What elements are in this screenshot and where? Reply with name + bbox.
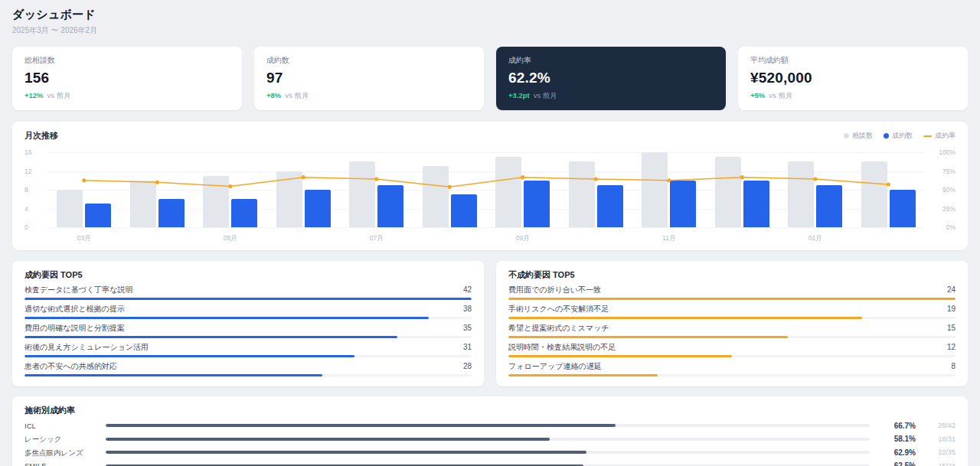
- procedure-percent: 66.7%: [877, 422, 916, 430]
- kpi-label: 成約率: [508, 55, 714, 66]
- procedure-bar-track: [106, 451, 870, 454]
- factor-label: 説明時間・検査結果説明の不足: [508, 343, 616, 352]
- legend-label: 成約率: [935, 131, 956, 141]
- section-title: 施術別成約率: [24, 405, 956, 416]
- kpi-card-consultations[interactable]: 総相談数 156 +12%vs 前月: [12, 47, 242, 110]
- factor-value: 15: [947, 324, 956, 333]
- rate-point: [82, 178, 86, 182]
- dashboard-page: ダッシュボード 2025年3月 〜 2026年2月 総相談数 156 +12%v…: [0, 0, 980, 466]
- kpi-value: 97: [266, 70, 472, 86]
- x-axis-tick: [706, 234, 779, 243]
- procedure-rate-card: 施術別成約率 ICL66.7%28/42レーシック58.1%18/31多焦点眼内…: [12, 396, 968, 466]
- factor-bar-fill: [508, 336, 788, 338]
- procedure-row: 多焦点眼内レンズ62.9%22/35: [24, 448, 956, 457]
- kpi-card-rate-selected[interactable]: 成約率 62.2% +3.2ptvs 前月: [496, 47, 726, 110]
- chart-title: 月次推移: [24, 130, 58, 142]
- legend-item[interactable]: 相談数: [844, 131, 873, 141]
- factor-row-head: 患者の不安への共感的対応28: [24, 362, 472, 371]
- factor-value: 38: [463, 305, 472, 314]
- kpi-value: ¥520,000: [750, 70, 956, 86]
- kpi-delta: +3.2ptvs 前月: [508, 91, 714, 101]
- factor-label: 術後の見え方シミュレーション活用: [24, 343, 149, 352]
- page-title: ダッシュボード: [12, 8, 968, 22]
- factor-bar-track: [508, 355, 956, 357]
- factor-row-head: 手術リスクへの不安解消不足19: [508, 305, 956, 314]
- chart-header: 月次推移 相談数成約数成約率: [24, 130, 956, 142]
- kpi-delta-value: +12%: [24, 91, 44, 99]
- factor-label: フォローアップ連絡の遅延: [508, 362, 602, 371]
- kpi-card-contracts[interactable]: 成約数 97 +8%vs 前月: [254, 47, 484, 110]
- rate-point: [228, 184, 232, 188]
- kpi-label: 平均成約額: [750, 55, 956, 66]
- kpi-card-average-amount[interactable]: 平均成約額 ¥520,000 +5%vs 前月: [738, 47, 968, 110]
- factor-row-head: 費用面での折り合い不一致24: [508, 285, 956, 295]
- factor-row: 費用の明確な説明と分割提案35: [24, 324, 472, 338]
- legend-swatch-icon: [884, 133, 889, 138]
- rate-point: [667, 178, 671, 182]
- factor-row-head: 検査データに基づく丁寧な説明42: [24, 285, 472, 295]
- factor-bar-fill: [24, 374, 322, 376]
- factor-value: 12: [947, 343, 956, 352]
- x-axis-tick: [852, 234, 926, 243]
- factor-label: 費用の明確な説明と分割提案: [24, 324, 125, 333]
- chart-legend: 相談数成約数成約率: [844, 131, 956, 141]
- procedure-bar-track: [106, 424, 870, 427]
- rate-line: [47, 152, 925, 227]
- y-axis-tick-right: 75%: [928, 168, 956, 175]
- factor-bar-fill: [24, 317, 429, 319]
- y-axis-tick-left: 12: [24, 168, 43, 175]
- top5-row: 成約要因 TOP5 検査データに基づく丁寧な説明42適切な術式選択と根拠の提示3…: [12, 261, 968, 386]
- kpi-delta-value: +5%: [750, 91, 765, 99]
- rate-point: [740, 175, 744, 179]
- rate-point: [448, 185, 452, 189]
- procedure-bar-fill: [106, 424, 616, 427]
- factor-row-head: フォローアップ連絡の遅延8: [508, 362, 956, 371]
- factor-bar-track: [24, 317, 472, 319]
- factor-value: 19: [947, 305, 956, 314]
- x-axis-labels: 03月05月07月09月11月01月: [47, 234, 925, 243]
- procedure-label: SMILE: [24, 461, 98, 466]
- legend-item[interactable]: 成約数: [884, 131, 913, 141]
- x-axis-tick: [413, 234, 487, 243]
- procedure-label: レーシック: [24, 435, 98, 443]
- page-header: ダッシュボード 2025年3月 〜 2026年2月: [12, 8, 968, 36]
- procedure-list: ICL66.7%28/42レーシック58.1%18/31多焦点眼内レンズ62.9…: [24, 422, 956, 466]
- factor-value: 24: [947, 285, 956, 295]
- date-range: 2025年3月 〜 2026年2月: [12, 25, 968, 36]
- factor-label: 手術リスクへの不安解消不足: [508, 305, 609, 314]
- y-axis-tick-right: 100%: [928, 148, 956, 156]
- kpi-delta: +5%vs 前月: [750, 91, 956, 101]
- x-axis-tick: 09月: [486, 234, 560, 243]
- y-axis-right: 100%75%50%25%0%: [928, 152, 956, 227]
- legend-item[interactable]: 成約率: [923, 131, 956, 141]
- monthly-chart: 1612840 100%75%50%25%0% 03月05月07月09月11月0…: [24, 148, 956, 243]
- rate-point: [887, 182, 890, 186]
- factor-label: 適切な術式選択と根拠の提示: [24, 305, 125, 314]
- factor-bar-fill: [508, 374, 658, 376]
- factor-row: 検査データに基づく丁寧な説明42: [24, 285, 472, 300]
- procedure-bar-fill: [106, 438, 550, 441]
- kpi-value: 156: [24, 70, 230, 86]
- factor-row-head: 説明時間・検査結果説明の不足12: [508, 343, 956, 352]
- y-axis-tick-left: 8: [24, 186, 43, 194]
- factor-bar-track: [24, 355, 472, 357]
- x-axis-tick: 05月: [194, 234, 267, 243]
- x-axis-tick: 03月: [47, 234, 121, 243]
- factor-value: 28: [463, 362, 472, 371]
- procedure-fraction: 22/35: [923, 448, 956, 456]
- factor-bar-track: [508, 317, 956, 319]
- y-axis-left: 1612840: [24, 152, 43, 227]
- factor-label: 費用面での折り合い不一致: [508, 285, 601, 295]
- x-axis-tick: [560, 234, 633, 243]
- procedure-row: ICL66.7%28/42: [24, 422, 956, 430]
- rate-point: [594, 177, 598, 181]
- procedure-fraction: 18/31: [923, 435, 956, 443]
- gridline: [47, 227, 925, 228]
- procedure-row: レーシック58.1%18/31: [24, 435, 956, 443]
- kpi-delta-value: +8%: [266, 91, 281, 99]
- factor-bar-track: [508, 374, 956, 376]
- rate-point: [813, 177, 817, 181]
- factor-row: 術後の見え方シミュレーション活用31: [24, 343, 472, 357]
- monthly-trend-card: 月次推移 相談数成約数成約率 1612840 100%75%50%25%0% 0…: [12, 122, 968, 250]
- factor-row-head: 希望と提案術式のミスマッチ15: [508, 324, 956, 333]
